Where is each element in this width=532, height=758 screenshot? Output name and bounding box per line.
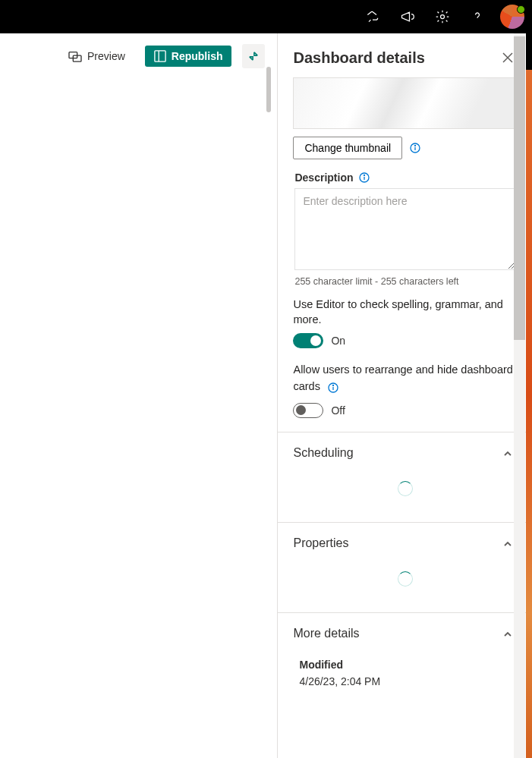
republish-button[interactable]: Republish bbox=[145, 46, 232, 67]
panel-header: Dashboard details bbox=[278, 33, 532, 77]
more-details-title: More details bbox=[293, 627, 359, 640]
panel-scrollbar[interactable] bbox=[514, 33, 525, 758]
editor-toolbar: Preview Republish bbox=[0, 33, 277, 79]
spinner-icon bbox=[398, 481, 413, 496]
more-details-section: More details Modified 4/26/23, 2:04 PM bbox=[278, 612, 532, 716]
thumbnail-controls: Change thumbnail bbox=[293, 137, 517, 159]
svg-point-7 bbox=[415, 146, 416, 146]
republish-label: Republish bbox=[172, 50, 223, 62]
thumbnail-preview bbox=[293, 77, 517, 129]
preview-button[interactable]: Preview bbox=[59, 46, 134, 67]
layout-icon bbox=[154, 50, 166, 62]
chevron-up-icon bbox=[503, 448, 514, 458]
canvas-scrollbar-thumb[interactable] bbox=[266, 67, 271, 112]
more-details-body: Modified 4/26/23, 2:04 PM bbox=[278, 659, 532, 716]
spinner-icon bbox=[398, 571, 413, 587]
rearrange-info-icon[interactable] bbox=[328, 382, 338, 392]
top-header-bar bbox=[0, 0, 532, 33]
megaphone-icon[interactable] bbox=[395, 5, 420, 29]
description-textarea[interactable] bbox=[294, 188, 515, 270]
description-label: Description bbox=[294, 171, 353, 184]
chevron-up-icon bbox=[503, 628, 514, 639]
editor-toggle-state: On bbox=[331, 335, 345, 347]
editor-toggle-row: On bbox=[293, 333, 517, 348]
editor-toggle[interactable] bbox=[293, 333, 323, 348]
svg-rect-3 bbox=[155, 51, 165, 61]
svg-point-13 bbox=[332, 385, 333, 386]
close-icon bbox=[502, 52, 513, 63]
settings-gear-icon[interactable] bbox=[430, 5, 455, 29]
properties-loading bbox=[278, 564, 532, 612]
user-avatar[interactable] bbox=[500, 5, 524, 29]
properties-header[interactable]: Properties bbox=[278, 523, 532, 564]
modified-value: 4/26/23, 2:04 PM bbox=[299, 675, 517, 687]
change-thumbnail-button[interactable]: Change thumbnail bbox=[293, 137, 402, 159]
window-right-edge bbox=[526, 33, 532, 758]
scheduling-section: Scheduling bbox=[278, 432, 532, 522]
description-char-limit: 255 character limit - 255 characters lef… bbox=[294, 276, 515, 287]
rearrange-toggle-state: Off bbox=[331, 404, 345, 417]
main-area: Preview Republish Dashboard details bbox=[0, 33, 532, 758]
editor-canvas: Preview Republish bbox=[0, 33, 277, 758]
scheduling-header[interactable]: Scheduling bbox=[278, 432, 532, 473]
canvas-scrollbar[interactable] bbox=[265, 67, 272, 758]
chevron-up-icon bbox=[503, 538, 514, 549]
thumbnail-info-icon[interactable] bbox=[410, 143, 420, 153]
more-details-header[interactable]: More details bbox=[278, 613, 532, 654]
scheduling-loading bbox=[278, 473, 532, 522]
properties-section: Properties bbox=[278, 522, 532, 612]
collapse-icon bbox=[248, 51, 259, 61]
description-info-icon[interactable] bbox=[359, 172, 370, 183]
rearrange-help-text: Allow users to rearrange and hide dashbo… bbox=[293, 362, 517, 395]
copilot-icon[interactable] bbox=[360, 5, 385, 29]
collapse-panel-button[interactable] bbox=[242, 44, 265, 68]
scheduling-title: Scheduling bbox=[293, 446, 353, 460]
help-icon[interactable] bbox=[465, 5, 490, 29]
rearrange-toggle[interactable] bbox=[293, 403, 323, 418]
rearrange-toggle-row: Off bbox=[293, 403, 517, 418]
modified-label: Modified bbox=[299, 659, 517, 671]
description-label-row: Description bbox=[294, 171, 517, 184]
svg-point-10 bbox=[364, 175, 365, 176]
preview-label: Preview bbox=[87, 50, 125, 62]
editor-help-text: Use Editor to check spelling, grammar, a… bbox=[293, 297, 517, 327]
panel-scrollbar-thumb[interactable] bbox=[514, 36, 525, 340]
panel-title: Dashboard details bbox=[293, 49, 424, 67]
properties-title: Properties bbox=[293, 536, 348, 550]
details-panel: Dashboard details Change thumbnail Descr… bbox=[277, 33, 532, 758]
preview-icon bbox=[68, 50, 82, 62]
svg-point-0 bbox=[441, 15, 445, 19]
details-panel-wrap: Dashboard details Change thumbnail Descr… bbox=[277, 33, 532, 758]
